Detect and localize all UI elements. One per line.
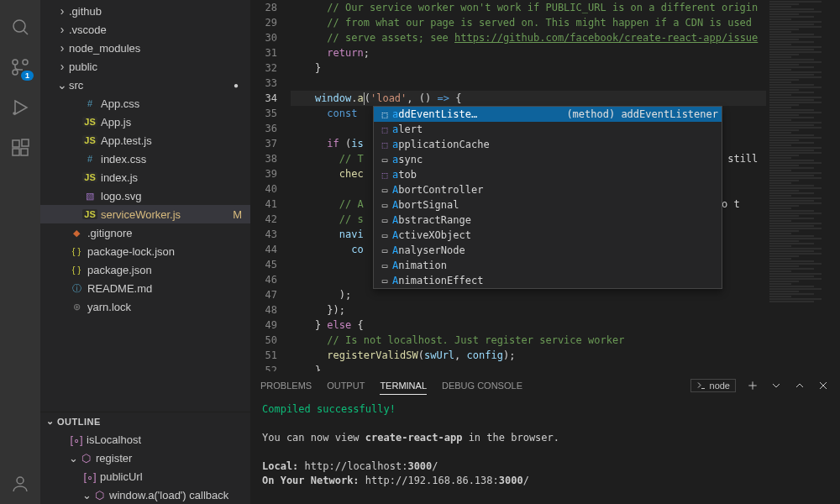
suggest-label: AbortController — [392, 184, 718, 196]
folder-item[interactable]: ›node_modules — [40, 39, 250, 57]
code-line — [291, 76, 766, 91]
code-line: // serve assets; see https://github.com/… — [291, 30, 766, 45]
code-line: // Our service worker won't work if PUBL… — [291, 0, 766, 15]
symbol-method-icon: ⬚ — [377, 139, 392, 150]
code-line: } — [291, 60, 766, 76]
suggest-item[interactable]: ▭AnimationEffect — [374, 273, 722, 288]
symbol-keyword-icon: ▭ — [377, 245, 392, 256]
minimap[interactable] — [766, 0, 840, 371]
outline-item[interactable]: ⌄⬡register — [40, 449, 250, 467]
tab-output[interactable]: OUTPUT — [327, 377, 365, 394]
symbol-keyword-icon: ▭ — [377, 155, 392, 165]
suggest-item[interactable]: ⬚addEventListe…(method) addEventListener — [374, 107, 722, 122]
svg-point-0 — [13, 20, 25, 32]
file-item[interactable]: JSApp.test.js — [40, 131, 250, 150]
svg-point-2 — [23, 60, 28, 65]
suggest-label: async — [392, 154, 718, 165]
chevron-down-icon[interactable] — [769, 379, 783, 392]
accounts-icon[interactable] — [0, 464, 40, 504]
suggest-item[interactable]: ⬚applicationCache — [374, 137, 722, 152]
suggest-label: AbortSignal — [392, 199, 718, 211]
symbol-keyword-icon: ▭ — [377, 230, 392, 241]
suggest-item[interactable]: ▭async — [374, 152, 722, 167]
suggest-item[interactable]: ⬚alert — [374, 122, 722, 137]
code-line: // Is not localhost. Just register servi… — [291, 333, 766, 348]
suggest-item[interactable]: ▭AbortController — [374, 182, 722, 197]
svg-point-6 — [13, 113, 15, 114]
suggest-item[interactable]: ▭AbortSignal — [374, 197, 722, 213]
file-item[interactable]: ◆.gitignore — [40, 223, 250, 242]
outline-item[interactable]: ⌄⬡window.a('load') callback — [40, 486, 250, 504]
editor-area[interactable]: 2829303132333435363738394041424344454647… — [250, 0, 840, 371]
outline-item[interactable]: [∘]publicUrl — [40, 467, 250, 486]
suggest-item[interactable]: ▭AbstractRange — [374, 213, 722, 228]
folder-item[interactable]: ⌄src● — [40, 76, 250, 94]
symbol-method-icon: ⬚ — [377, 170, 392, 181]
suggest-item[interactable]: ▭AnalyserNode — [374, 243, 722, 258]
chevron-up-icon[interactable] — [793, 379, 806, 392]
file-item[interactable]: JSindex.js — [40, 168, 250, 186]
file-item[interactable]: { }package.json — [40, 260, 250, 279]
file-item[interactable]: #index.css — [40, 150, 250, 168]
bottom-panel: PROBLEMS OUTPUT TERMINAL DEBUG CONSOLE n… — [250, 371, 840, 504]
file-item[interactable]: { }package-lock.json — [40, 242, 250, 260]
scm-badge: 1 — [21, 71, 34, 81]
outline-tree[interactable]: [∘]isLocalhost⌄⬡register[∘]publicUrl⌄⬡wi… — [40, 430, 250, 504]
tab-terminal[interactable]: TERMINAL — [380, 377, 427, 395]
symbol-keyword-icon: ▭ — [377, 200, 392, 211]
suggest-item[interactable]: ▭ActiveXObject — [374, 228, 722, 243]
svg-point-4 — [13, 60, 18, 65]
file-item[interactable]: ▧logo.svg — [40, 186, 250, 205]
folder-item[interactable]: ›public — [40, 57, 250, 76]
svg-line-1 — [24, 30, 28, 34]
file-label: serviceWorker.js — [101, 208, 233, 221]
suggest-item[interactable]: ⬚atob — [374, 167, 722, 182]
tab-debug-console[interactable]: DEBUG CONSOLE — [442, 377, 522, 394]
file-item[interactable]: ⊛yarn.lock — [40, 297, 250, 316]
file-label: App.test.js — [101, 134, 250, 147]
code-line: // from what our page is served on. This… — [291, 15, 766, 30]
outline-title: OUTLINE — [57, 417, 101, 427]
chevron-icon: ⌄ — [55, 78, 69, 92]
outline-header[interactable]: ⌄ OUTLINE — [40, 412, 250, 430]
suggest-label: alert — [392, 123, 718, 135]
run-debug-icon[interactable] — [0, 87, 40, 128]
explorer-tree[interactable]: ›.github›.vscode›node_modules›public⌄src… — [40, 0, 250, 412]
terminal-label: node — [710, 381, 730, 391]
folder-label: public — [69, 60, 250, 73]
file-item[interactable]: ⓘREADME.md — [40, 279, 250, 297]
file-label: package-lock.json — [87, 245, 250, 258]
panel-tabs: PROBLEMS OUTPUT TERMINAL DEBUG CONSOLE n… — [250, 372, 840, 399]
close-icon[interactable] — [816, 379, 830, 392]
file-item[interactable]: JSApp.js — [40, 113, 250, 131]
terminal-selector[interactable]: node — [690, 379, 736, 392]
search-icon[interactable] — [0, 7, 40, 47]
outline-label: isLocalhost — [87, 433, 141, 446]
file-item[interactable]: JSserviceWorker.jsM — [40, 205, 250, 223]
svg-rect-7 — [13, 140, 19, 147]
folder-item[interactable]: ›.github — [40, 2, 250, 20]
new-terminal-icon[interactable] — [746, 379, 759, 392]
terminal-icon — [696, 381, 706, 391]
symbol-keyword-icon: ▭ — [377, 185, 392, 196]
code-line: window.a('load', () => { — [291, 91, 766, 106]
folder-item[interactable]: ›.vscode — [40, 20, 250, 39]
svg-marker-5 — [15, 101, 27, 114]
git-status: M — [233, 208, 242, 221]
svg-point-3 — [13, 70, 18, 75]
tab-problems[interactable]: PROBLEMS — [260, 377, 312, 394]
file-item[interactable]: #App.css — [40, 94, 250, 113]
source-control-icon[interactable]: 1 — [0, 47, 40, 87]
svg-point-11 — [17, 477, 24, 484]
extensions-icon[interactable] — [0, 128, 40, 168]
code-line: } else { — [291, 318, 766, 333]
suggest-item[interactable]: ▭Animation — [374, 258, 722, 273]
suggest-widget[interactable]: ⬚addEventListe…(method) addEventListener… — [373, 106, 722, 289]
symbol-keyword-icon: ▭ — [377, 260, 392, 271]
file-label: App.js — [101, 116, 250, 129]
outline-item[interactable]: [∘]isLocalhost — [40, 430, 250, 449]
file-label: package.json — [87, 264, 250, 276]
symbol-method-icon: ⬚ — [377, 124, 392, 135]
line-gutter: 2829303132333435363738394041424344454647… — [250, 0, 291, 371]
terminal-body[interactable]: Compiled successfully! You can now view … — [250, 399, 840, 504]
